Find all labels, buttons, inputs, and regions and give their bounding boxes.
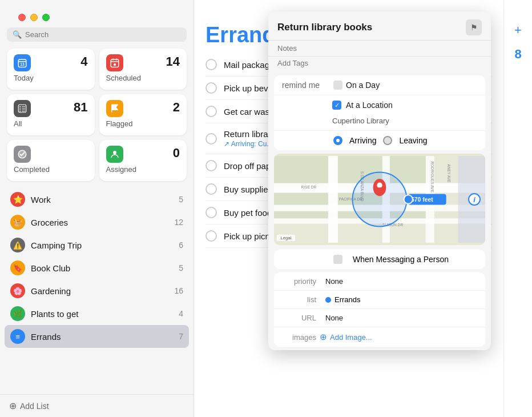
at-location-checkbox[interactable]: ✓: [332, 101, 341, 110]
work-name: Work: [31, 195, 173, 205]
map-info-button[interactable]: i: [468, 193, 481, 206]
flag-button[interactable]: ⚑: [466, 19, 482, 35]
add-list-label: Add List: [20, 402, 49, 411]
notes-section: [268, 40, 491, 56]
search-bar[interactable]: 🔍: [7, 27, 187, 42]
svg-rect-30: [274, 211, 328, 218]
today-count: 4: [80, 54, 87, 69]
tags-section: [268, 56, 491, 72]
task-checkbox-t3[interactable]: [205, 106, 217, 117]
flagged-count: 2: [173, 100, 180, 115]
on-a-day-toggle: On a Day: [333, 81, 380, 90]
camping-dot: ⚠️: [10, 238, 25, 252]
assigned-icon: [106, 146, 123, 163]
priority-label: priority: [282, 277, 316, 286]
smart-list-all[interactable]: 81 All: [7, 94, 95, 135]
svg-point-11: [19, 109, 21, 110]
errands-count: 7: [179, 332, 183, 341]
sidebar: 🔍 13 4 Today 14: [0, 0, 194, 417]
smart-list-today[interactable]: 13 4 Today: [7, 49, 95, 90]
task-checkbox-t6[interactable]: [205, 183, 217, 195]
task-checkbox-t4[interactable]: [205, 133, 217, 145]
list-row: list Errands: [274, 291, 485, 309]
remind-on-day-row: remind me On a Day: [274, 75, 485, 95]
completed-icon: [14, 146, 31, 163]
add-reminder-button[interactable]: +: [514, 23, 522, 38]
list-value: Errands: [334, 295, 361, 304]
camping-name: Camping Trip: [31, 240, 173, 250]
smart-list-assigned[interactable]: 0 Assigned: [99, 140, 187, 181]
groceries-name: Groceries: [31, 218, 168, 227]
all-label: All: [14, 119, 88, 128]
at-location-row: ✓ At a Location Cupertino Library: [274, 95, 485, 131]
bookclub-dot: 🔖: [10, 260, 25, 275]
at-location-label: At a Location: [346, 101, 477, 110]
notes-input[interactable]: [268, 41, 491, 56]
arriving-leaving-row: Arriving Leaving: [274, 131, 485, 150]
completed-label: Completed: [14, 165, 88, 174]
flagged-icon: [106, 100, 123, 117]
url-label: URL: [282, 314, 316, 322]
all-icon: [14, 100, 31, 117]
smart-list-scheduled[interactable]: 14 Scheduled: [99, 49, 187, 90]
scheduled-count: 14: [166, 54, 180, 69]
when-messaging-section: When Messaging a Person: [274, 250, 485, 269]
add-image-icon: ⊕: [320, 332, 327, 342]
gardening-name: Gardening: [31, 286, 168, 296]
minimize-button[interactable]: [30, 14, 38, 21]
svg-rect-25: [274, 156, 328, 183]
list-label: list: [282, 295, 316, 304]
svg-text:13: 13: [20, 62, 25, 66]
detail-meta: priority None list Errands URL None imag…: [274, 272, 485, 347]
task-checkbox-t2[interactable]: [205, 82, 217, 94]
list-dot: [325, 297, 331, 303]
arriving-label: Arriving: [349, 136, 376, 145]
close-button[interactable]: [18, 14, 26, 21]
list-item-bookclub[interactable]: 🔖 Book Club 5: [5, 256, 189, 279]
maximize-button[interactable]: [42, 14, 50, 21]
tags-input[interactable]: [268, 57, 491, 72]
traffic-lights: [9, 7, 59, 26]
remind-label: remind me: [282, 81, 328, 90]
leaving-radio[interactable]: [383, 136, 392, 145]
assigned-label: Assigned: [106, 165, 180, 174]
task-checkbox-t8[interactable]: [205, 230, 217, 242]
on-a-day-checkbox[interactable]: [333, 81, 342, 90]
search-input[interactable]: [25, 30, 181, 39]
task-checkbox-t1[interactable]: [205, 59, 217, 70]
bookclub-count: 5: [179, 263, 183, 272]
task-checkbox-t5[interactable]: [205, 160, 217, 171]
url-row: URL None: [274, 309, 485, 327]
flagged-label: Flagged: [106, 119, 180, 128]
images-row: images ⊕ Add Image...: [274, 327, 485, 347]
smart-list-flagged[interactable]: 2 Flagged: [99, 94, 187, 135]
add-list-button[interactable]: ⊕ Add List: [0, 394, 194, 417]
list-item-gardening[interactable]: 🌸 Gardening 16: [5, 279, 189, 302]
assigned-count: 0: [173, 146, 180, 161]
when-messaging-label: When Messaging a Person: [353, 255, 449, 264]
list-item-errands[interactable]: ≡ Errands 7: [5, 325, 189, 348]
list-item-plants[interactable]: 🌿 Plants to get 4: [5, 302, 189, 325]
scheduled-label: Scheduled: [106, 74, 180, 82]
svg-rect-28: [274, 193, 328, 205]
task-checkbox-t7[interactable]: [205, 207, 217, 218]
list-item-work[interactable]: ⭐ Work 5: [5, 188, 189, 211]
add-image-button[interactable]: ⊕ Add Image...: [320, 332, 372, 342]
arriving-leaving-group: Arriving Leaving: [333, 136, 428, 145]
detail-title: Return library books: [277, 22, 372, 33]
svg-point-13: [19, 110, 21, 111]
detail-header: Return library books ⚑: [268, 11, 491, 40]
svg-point-9: [19, 106, 21, 107]
plants-dot: 🌿: [10, 306, 25, 321]
svg-text:ANEY AVE: ANEY AVE: [447, 164, 451, 183]
list-item-groceries[interactable]: 🧺 Groceries 12: [5, 211, 189, 234]
smart-list-completed[interactable]: Completed: [7, 140, 95, 181]
errands-dot: ≡: [10, 329, 25, 344]
arriving-radio[interactable]: [333, 136, 342, 145]
svg-text:670 feet: 670 feet: [411, 197, 433, 203]
priority-row: priority None: [274, 272, 485, 291]
task-text-t7: Buy pet food: [224, 208, 272, 218]
when-messaging-checkbox[interactable]: [333, 255, 342, 264]
list-item-camping[interactable]: ⚠️ Camping Trip 6: [5, 234, 189, 256]
svg-rect-21: [328, 156, 338, 243]
